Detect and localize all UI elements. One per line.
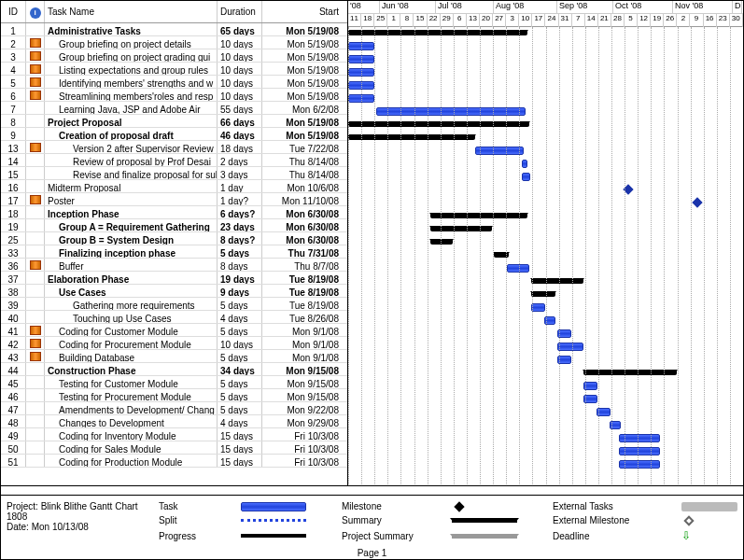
task-start[interactable]: Fri 10/3/08 [262,441,342,454]
task-row[interactable]: 17Poster1 day?Mon 11/10/08 [1,193,347,206]
task-duration[interactable]: 10 days [218,337,262,349]
task-duration[interactable]: 5 days [218,298,262,310]
task-row[interactable]: 19Group A = Requirement Gathering23 days… [1,219,347,232]
task-row[interactable]: 40Touching up Use Cases4 daysTue 8/26/08 [1,311,347,324]
task-row[interactable]: 50Coding for Sales Module15 daysFri 10/3… [1,441,347,455]
task-row[interactable]: 15Revise and finalize proposal for subm3… [1,167,347,180]
task-duration[interactable]: 4 days [218,415,262,427]
task-start[interactable]: Thu 8/14/08 [262,167,342,179]
task-row[interactable]: 14Review of proposal by Prof Desai2 days… [1,154,347,167]
task-name[interactable]: Group B = System Design [45,232,218,245]
task-start[interactable]: Mon 9/15/08 [262,363,342,375]
task-name[interactable]: Coding for Procurement Module [45,337,218,349]
task-row[interactable]: 44Construction Phase34 daysMon 9/15/08 [1,363,347,376]
task-start[interactable]: Tue 7/22/08 [262,141,342,153]
task-duration[interactable]: 5 days [218,376,262,388]
task-name[interactable]: Coding for Customer Module [45,324,218,336]
task-start[interactable]: Tue 8/26/08 [262,311,342,323]
task-name[interactable]: Creation of proposal draft [45,128,218,140]
gantt-bar[interactable] [430,213,527,218]
task-start[interactable]: Mon 5/19/08 [262,63,342,75]
task-start[interactable]: Mon 5/19/08 [262,49,342,62]
task-start[interactable]: Mon 11/10/08 [262,193,342,205]
task-name[interactable]: Changes to Development [45,415,218,427]
task-row[interactable]: 1Administrative Tasks65 daysMon 5/19/08 [1,23,347,36]
task-name[interactable]: Gathering more requirements [45,298,218,310]
task-duration[interactable]: 10 days [218,63,262,75]
task-duration[interactable]: 65 days [218,23,262,35]
gantt-bar[interactable] [475,147,524,155]
task-row[interactable]: 13Version 2 after Supervisor Review18 da… [1,141,347,154]
task-start[interactable]: Tue 8/19/08 [262,298,342,310]
task-row[interactable]: 45Testing for Customer Module5 daysMon 9… [1,376,347,389]
task-start[interactable]: Fri 10/3/08 [262,455,342,467]
task-name[interactable]: Listing expectations and group rules [45,63,218,75]
task-start[interactable]: Thu 8/7/08 [262,259,342,271]
task-duration[interactable]: 66 days [218,115,262,127]
task-row[interactable]: 41Coding for Customer Module5 daysMon 9/… [1,324,347,337]
gantt-bar[interactable] [557,343,583,351]
task-name[interactable]: Review of proposal by Prof Desai [45,154,218,166]
task-start[interactable]: Mon 9/29/08 [262,415,342,427]
milestone-marker[interactable] [692,197,702,207]
header-name[interactable]: Task Name [45,1,218,22]
task-start[interactable]: Mon 6/30/08 [262,219,342,231]
task-row[interactable]: 37Elaboration Phase19 daysTue 8/19/08 [1,272,347,285]
task-duration[interactable]: 23 days [218,219,262,231]
task-name[interactable]: Buffer [45,259,218,271]
task-row[interactable]: 43Building Database5 daysMon 9/1/08 [1,350,347,363]
gantt-bar[interactable] [507,264,529,273]
task-duration[interactable]: 4 days [218,311,262,323]
header-id[interactable]: ID [1,1,26,22]
task-duration[interactable]: 10 days [218,36,262,49]
task-row[interactable]: 49Coding for Inventory Module15 daysFri … [1,428,347,441]
gantt-bar[interactable] [430,239,453,245]
gantt-bar[interactable] [522,173,530,181]
task-row[interactable]: 38Use Cases9 daysTue 8/19/08 [1,285,347,298]
task-start[interactable]: Mon 9/15/08 [262,376,342,388]
gantt-bar[interactable] [522,160,527,168]
task-start[interactable]: Mon 10/6/08 [262,180,342,192]
task-duration[interactable]: 8 days [218,259,262,271]
task-duration[interactable]: 9 days [218,285,262,297]
task-row[interactable]: 48Changes to Development4 daysMon 9/29/0… [1,415,347,428]
task-start[interactable]: Mon 9/1/08 [262,324,342,336]
task-start[interactable]: Mon 9/1/08 [262,350,342,362]
task-row[interactable]: 9Creation of proposal draft46 daysMon 5/… [1,128,347,141]
task-start[interactable]: Mon 6/2/08 [262,102,342,114]
task-row[interactable]: 33Finalizing inception phase5 daysThu 7/… [1,245,347,259]
task-name[interactable]: Coding for Production Module [45,455,218,467]
task-row[interactable]: 16Midterm Proposal1 dayMon 10/6/08 [1,180,347,193]
task-name[interactable]: Finalizing inception phase [45,245,218,258]
task-start[interactable]: Mon 9/15/08 [262,389,342,401]
task-name[interactable]: Poster [45,193,218,205]
task-duration[interactable]: 5 days [218,350,262,362]
task-start[interactable]: Mon 6/30/08 [262,232,342,245]
task-row[interactable]: 47Amendments to Development/ Chang5 days… [1,402,347,415]
task-row[interactable]: 51Coding for Production Module15 daysFri… [1,455,347,468]
task-row[interactable]: 5Identifying members' strengths and w10 … [1,76,347,89]
task-row[interactable]: 42Coding for Procurement Module10 daysMo… [1,337,347,350]
task-duration[interactable]: 3 days [218,167,262,179]
task-row[interactable]: 6Streamlining members'roles and resp10 d… [1,89,347,102]
task-name[interactable]: Streamlining members'roles and resp [45,89,218,101]
task-name[interactable]: Administrative Tasks [45,23,218,35]
task-start[interactable]: Mon 5/19/08 [262,76,342,88]
task-name[interactable]: Identifying members' strengths and w [45,76,218,88]
task-name[interactable]: Revise and finalize proposal for subm [45,167,218,179]
task-duration[interactable]: 15 days [218,428,262,441]
task-row[interactable]: 4Listing expectations and group rules10 … [1,63,347,76]
task-name[interactable]: Construction Phase [45,363,218,375]
task-duration[interactable]: 15 days [218,455,262,467]
task-name[interactable]: Inception Phase [45,206,218,218]
task-name[interactable]: Midterm Proposal [45,180,218,192]
task-name[interactable]: Project Proposal [45,115,218,127]
gantt-bar[interactable] [531,291,555,297]
task-duration[interactable]: 6 days? [218,206,262,218]
task-name[interactable]: Coding for Inventory Module [45,428,218,441]
task-start[interactable]: Tue 8/19/08 [262,272,342,284]
task-name[interactable]: Group briefing on project details [45,36,218,49]
task-duration[interactable]: 10 days [218,49,262,62]
header-info[interactable]: i [26,1,45,22]
task-duration[interactable]: 15 days [218,441,262,454]
